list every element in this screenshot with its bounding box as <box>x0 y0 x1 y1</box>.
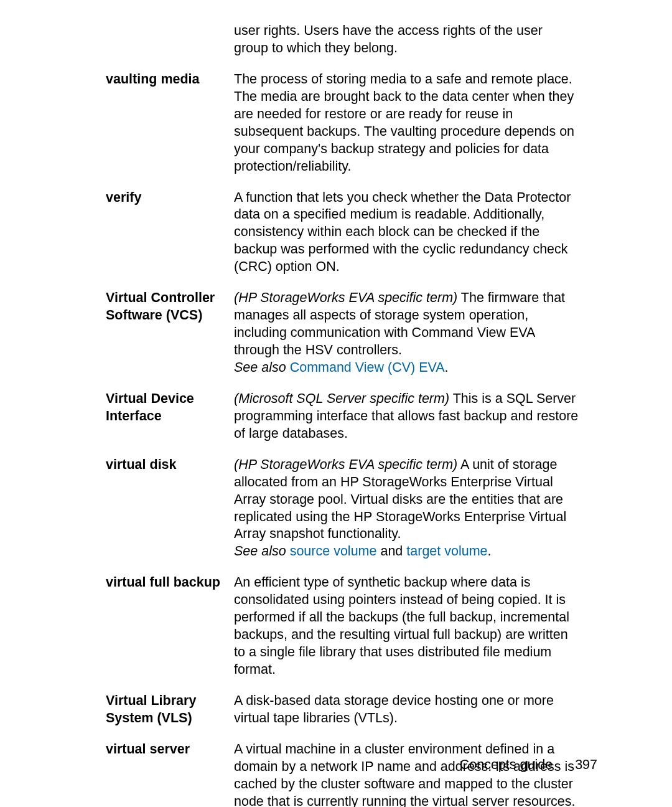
definition-text: (HP StorageWorks EVA specific term) The … <box>234 290 579 377</box>
qualifier-text: (HP StorageWorks EVA specific term) <box>234 290 457 305</box>
see-also-link[interactable]: Command View (CV) EVA <box>286 360 445 375</box>
term: Virtual Controller Software (VCS) <box>106 290 234 324</box>
see-also-link[interactable]: source volume <box>286 544 377 559</box>
glossary-entry: virtual full backup An efficient type of… <box>106 574 579 679</box>
qualifier-text: (HP StorageWorks EVA specific term) <box>234 457 457 472</box>
glossary-entry: virtual disk (HP StorageWorks EVA specif… <box>106 456 579 561</box>
glossary-entry: Virtual Library System (VLS) A disk-base… <box>106 692 579 727</box>
page-footer: Concepts guide 397 <box>460 757 597 773</box>
see-also-suffix: . <box>445 360 449 375</box>
glossary-entry: verify A function that lets you check wh… <box>106 189 579 276</box>
definition-text: A virtual machine in a cluster environme… <box>234 741 579 807</box>
glossary-entry: Virtual Controller Software (VCS) (HP St… <box>106 290 579 377</box>
definition-text: An efficient type of synthetic backup wh… <box>234 574 579 679</box>
qualifier-text: (Microsoft SQL Server specific term) <box>234 391 449 406</box>
term: virtual server <box>106 741 234 758</box>
glossary-entry: Virtual Device Interface (Microsoft SQL … <box>106 390 579 443</box>
definition-text: A function that lets you check whether t… <box>234 189 579 276</box>
definition-text: The process of storing media to a safe a… <box>234 71 579 176</box>
glossary-entry: vaulting media The process of storing me… <box>106 71 579 176</box>
see-also-suffix: . <box>488 544 492 559</box>
term: vaulting media <box>106 71 234 88</box>
see-also-mid: and <box>376 544 403 559</box>
definition-text: user rights. Users have the access right… <box>234 22 579 57</box>
glossary-continuation: user rights. Users have the access right… <box>106 22 579 57</box>
page-number: 397 <box>575 757 597 772</box>
see-also-label: See also <box>234 544 286 559</box>
glossary-entry: virtual server A virtual machine in a cl… <box>106 741 579 807</box>
definition-text: (Microsoft SQL Server specific term) Thi… <box>234 390 579 443</box>
definition-text: (HP StorageWorks EVA specific term) A un… <box>234 456 579 561</box>
term: Virtual Device Interface <box>106 390 234 425</box>
footer-title: Concepts guide <box>460 757 553 772</box>
see-also-label: See also <box>234 360 286 375</box>
definition-text: A disk-based data storage device hosting… <box>234 692 579 727</box>
see-also-link[interactable]: target volume <box>403 544 487 559</box>
term: virtual disk <box>106 456 234 474</box>
term: Virtual Library System (VLS) <box>106 692 234 727</box>
term: verify <box>106 189 234 207</box>
term: virtual full backup <box>106 574 234 592</box>
